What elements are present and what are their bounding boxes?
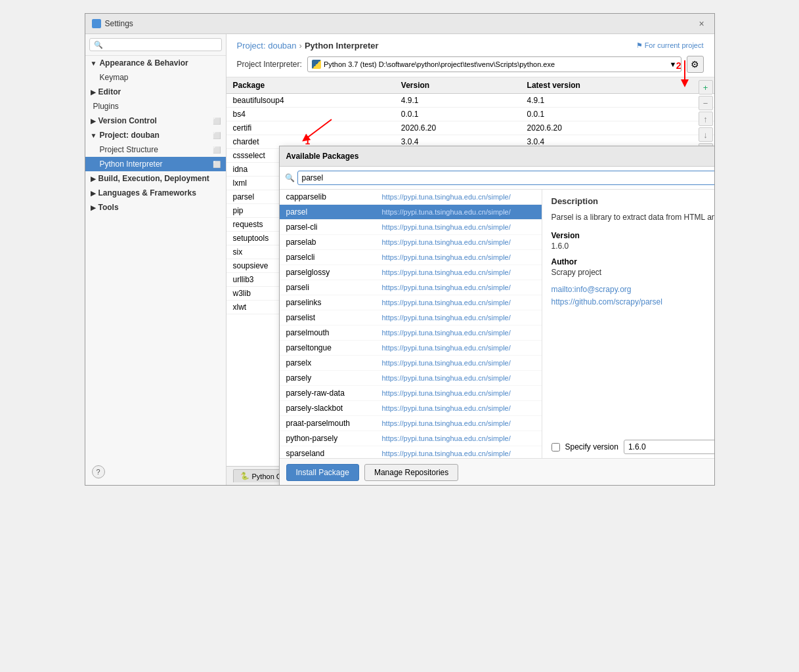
sidebar: ▼ Appearance & Behavior Keymap ▶ Editor … <box>85 34 227 485</box>
gear-button[interactable]: ⚙ <box>687 56 704 73</box>
pkg-item-name: python-parsely <box>286 434 378 443</box>
package-list-item[interactable]: parselinks https://pypi.tuna.tsinghua.ed… <box>280 295 542 310</box>
sidebar-item-project[interactable]: ▼ Project: douban ⬜ <box>85 128 226 142</box>
manage-repositories-button[interactable]: Manage Repositories <box>364 464 458 481</box>
available-packages-dialog: Available Packages × 🔍 × capparselib htt… <box>279 146 714 485</box>
add-package-button[interactable]: + <box>699 80 713 94</box>
breadcrumb-project[interactable]: Project: douban <box>237 41 297 51</box>
window-title: Settings <box>105 19 133 28</box>
table-row[interactable]: certifi 2020.6.20 2020.6.20 <box>227 121 714 135</box>
pkg-version-cell: 0.0.1 <box>395 108 521 121</box>
sidebar-search-input[interactable] <box>89 38 222 51</box>
package-list-item[interactable]: python-parsely https://pypi.tuna.tsinghu… <box>280 431 542 446</box>
help-button[interactable]: ? <box>92 465 105 478</box>
pkg-item-name: parselist <box>286 313 378 322</box>
sidebar-item-label: Keymap <box>100 73 129 82</box>
package-list-item[interactable]: parselglossy https://pypi.tuna.tsinghua.… <box>280 265 542 280</box>
python-console-icon: 🐍 <box>240 472 249 480</box>
package-list-item[interactable]: capparselib https://pypi.tuna.tsinghua.e… <box>280 190 542 205</box>
package-list-item[interactable]: parseltongue https://pypi.tuna.tsinghua.… <box>280 341 542 356</box>
sidebar-item-label: Python Interpreter <box>100 159 163 169</box>
sidebar-item-plugins[interactable]: Plugins <box>85 99 226 114</box>
pkg-item-name: parsel-cli <box>286 222 378 232</box>
pkg-item-url: https://pypi.tuna.tsinghua.edu.cn/simple… <box>382 404 511 412</box>
remove-package-button[interactable]: − <box>699 96 713 110</box>
pkg-item-url: https://pypi.tuna.tsinghua.edu.cn/simple… <box>382 374 511 382</box>
pkg-item-name: parselab <box>286 238 378 247</box>
search-icon: 🔍 <box>285 173 295 182</box>
package-list-item[interactable]: parselmouth https://pypi.tuna.tsinghua.e… <box>280 326 542 341</box>
for-current-label: ⚑ For current project <box>636 41 704 50</box>
pkg-item-name: parselx <box>286 358 378 368</box>
package-search-input[interactable] <box>297 171 714 185</box>
interpreter-value: Python 3.7 (test) D:\software\python\pro… <box>324 60 555 68</box>
pkg-item-url: https://pypi.tuna.tsinghua.edu.cn/simple… <box>382 238 511 246</box>
package-list-item[interactable]: parsely-raw-data https://pypi.tuna.tsing… <box>280 386 542 401</box>
package-list-item[interactable]: parsel https://pypi.tuna.tsinghua.edu.cn… <box>280 205 542 220</box>
package-list-item[interactable]: parsel-cli https://pypi.tuna.tsinghua.ed… <box>280 220 542 235</box>
sidebar-item-version-control[interactable]: ▶ Version Control ⬜ <box>85 114 226 128</box>
dropdown-arrow-icon: ▼ <box>670 60 677 68</box>
interpreter-select[interactable]: Python 3.7 (test) D:\software\python\pro… <box>307 56 681 72</box>
pkg-item-url: https://pypi.tuna.tsinghua.edu.cn/simple… <box>382 314 511 322</box>
pkg-item-name: parselinks <box>286 298 378 307</box>
package-list-item[interactable]: sparseland https://pypi.tuna.tsinghua.ed… <box>280 446 542 458</box>
github-link[interactable]: https://github.com/scrapy/parsel <box>551 296 714 308</box>
expand-icon: ▶ <box>91 175 96 182</box>
package-list-item[interactable]: parselcli https://pypi.tuna.tsinghua.edu… <box>280 250 542 265</box>
pkg-item-url: https://pypi.tuna.tsinghua.edu.cn/simple… <box>382 419 511 427</box>
interp-icon: ⬜ <box>213 161 221 168</box>
package-list-item[interactable]: parselx https://pypi.tuna.tsinghua.edu.c… <box>280 356 542 371</box>
pkg-item-url: https://pypi.tuna.tsinghua.edu.cn/simple… <box>382 299 511 306</box>
package-list-item[interactable]: parsely-slackbot https://pypi.tuna.tsing… <box>280 401 542 416</box>
sidebar-item-python-interpreter[interactable]: Python Interpreter ⬜ <box>85 157 226 171</box>
sidebar-item-label: Languages & Frameworks <box>98 188 196 198</box>
pkg-item-url: https://pypi.tuna.tsinghua.edu.cn/simple… <box>382 223 511 231</box>
sidebar-item-tools[interactable]: ▶ Tools <box>85 200 226 215</box>
downgrade-package-button[interactable]: ↓ <box>699 127 713 142</box>
table-row[interactable]: bs4 0.0.1 0.0.1 <box>227 108 714 121</box>
sidebar-item-languages[interactable]: ▶ Languages & Frameworks <box>85 186 226 200</box>
pkg-item-name: parsely-raw-data <box>286 388 378 398</box>
specify-version-checkbox[interactable] <box>551 443 560 452</box>
sidebar-item-build[interactable]: ▶ Build, Execution, Deployment <box>85 171 226 186</box>
pkg-latest-cell: 2020.6.20 <box>521 121 695 135</box>
pkg-latest-cell: 4.9.1 <box>521 94 695 108</box>
mailto-link[interactable]: mailto:info@scrapy.org <box>551 284 714 296</box>
package-list-item[interactable]: parselist https://pypi.tuna.tsinghua.edu… <box>280 310 542 326</box>
pkg-version-cell: 2020.6.20 <box>395 121 521 135</box>
expand-icon: ▼ <box>91 60 97 67</box>
sidebar-item-label: Build, Execution, Deployment <box>98 174 209 183</box>
package-list-item[interactable]: parselab https://pypi.tuna.tsinghua.edu.… <box>280 235 542 250</box>
pkg-version-cell: 4.9.1 <box>395 94 521 108</box>
pkg-item-name: parselcli <box>286 253 378 262</box>
pkg-item-name: parseli <box>286 283 378 292</box>
close-button[interactable]: × <box>696 18 708 30</box>
install-package-button[interactable]: Install Package <box>286 464 359 481</box>
sidebar-item-appearance[interactable]: ▼ Appearance & Behavior <box>85 56 226 70</box>
pkg-name-cell: bs4 <box>227 108 395 121</box>
version-field-value: 1.6.0 <box>551 242 714 251</box>
pkg-item-name: capparselib <box>286 192 378 201</box>
package-list-item[interactable]: parsely https://pypi.tuna.tsinghua.edu.c… <box>280 371 542 386</box>
title-bar: Settings × <box>85 14 714 34</box>
pkg-item-url: https://pypi.tuna.tsinghua.edu.cn/simple… <box>382 359 511 367</box>
specify-version-label: Specify version <box>565 442 618 452</box>
sidebar-item-editor[interactable]: ▶ Editor <box>85 85 226 99</box>
pkg-item-url: https://pypi.tuna.tsinghua.edu.cn/simple… <box>382 329 511 337</box>
pkg-name-cell: beautifulsoup4 <box>227 94 395 108</box>
version-field-label: Version <box>551 231 714 240</box>
sidebar-item-keymap[interactable]: Keymap <box>85 70 226 85</box>
package-list-item[interactable]: praat-parselmouth https://pypi.tuna.tsin… <box>280 416 542 431</box>
upgrade-package-button[interactable]: ↑ <box>699 112 713 126</box>
sidebar-item-project-structure[interactable]: Project Structure ⬜ <box>85 142 226 157</box>
expand-icon: ▶ <box>91 117 96 125</box>
package-list-item[interactable]: parseli https://pypi.tuna.tsinghua.edu.c… <box>280 280 542 295</box>
table-row[interactable]: beautifulsoup4 4.9.1 4.9.1 <box>227 94 714 108</box>
pkg-item-url: https://pypi.tuna.tsinghua.edu.cn/simple… <box>382 434 511 442</box>
sidebar-item-label: Editor <box>98 87 121 96</box>
breadcrumb-arrow: › <box>299 41 302 51</box>
detail-description: Parsel is a library to extract data from… <box>551 211 714 223</box>
version-input[interactable] <box>624 440 714 454</box>
author-field-label: Author <box>551 257 714 266</box>
